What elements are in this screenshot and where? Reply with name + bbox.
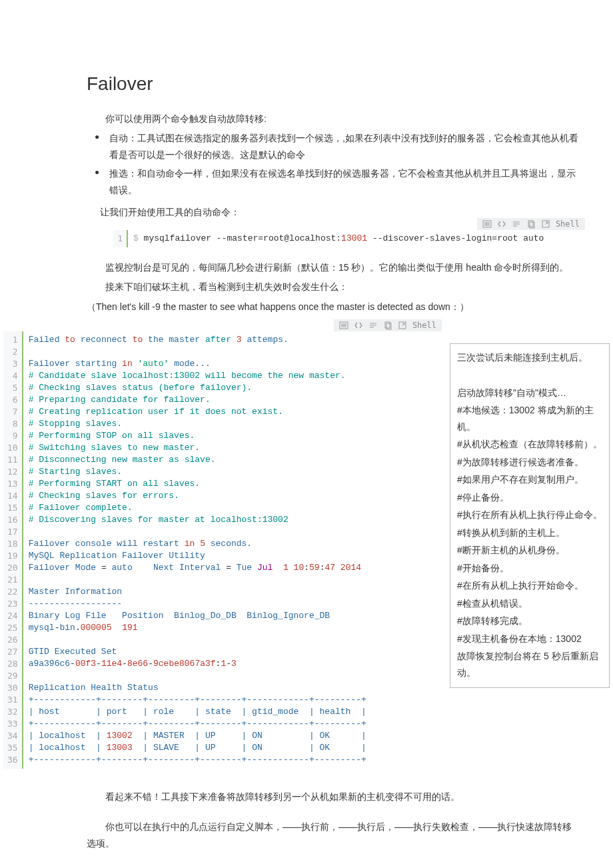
mid-paragraph-1: 监视控制台是可见的，每间隔几秒会进行刷新（默认值：15 秒）。它的输出类似于使用… xyxy=(87,259,580,276)
wrap-icon xyxy=(512,219,521,229)
mid-paragraph-2: 接来下咱们破坏主机，看当检测到主机失效时会发生什么： xyxy=(87,279,580,295)
code-toolbar: Shell xyxy=(334,319,442,331)
footer-paragraph-2: 你也可以在执行中的几点运行自定义脚本，——执行前，——执行后，——执行失败检查，… xyxy=(87,819,580,852)
code-icon xyxy=(354,321,363,330)
svg-rect-8 xyxy=(530,222,534,228)
line-gutter: 1 xyxy=(113,230,128,247)
copy-icon xyxy=(526,219,536,229)
list-icon xyxy=(339,321,348,330)
mid-paragraph-3: （Then let's kill -9 the master to see wh… xyxy=(87,299,580,315)
bullet-item: 推选：和自动命令一样，但如果没有在候选名单找到好的候选服务器，它不会检查其他从机… xyxy=(92,165,580,199)
svg-rect-18 xyxy=(386,323,391,329)
bullet-list: 自动：工具试图在候选指定的服务器列表找到一个候选，,如果在列表中没有找到好的服务… xyxy=(92,130,580,199)
intro-paragraph: 你可以使用两个命令触发自动故障转移: xyxy=(87,111,580,127)
wrap-icon xyxy=(368,321,378,330)
code-content: $ mysqlfailover --master=root@localhost:… xyxy=(128,230,549,247)
code-block-shell-1: Shell 1 $ mysqlfailover --master=root@lo… xyxy=(113,230,593,247)
open-icon xyxy=(398,321,407,330)
code-block-shell-2: Shell 三次尝试后未能连接到主机后。 启动故障转移"自动"模式… #本地候选… xyxy=(3,331,610,769)
list-icon xyxy=(482,219,492,229)
open-icon xyxy=(541,219,550,229)
code-language-label: Shell xyxy=(412,321,436,330)
copy-icon xyxy=(383,321,392,330)
annotation-box: 三次尝试后未能连接到主机后。 启动故障转移"自动"模式… #本地候选：13002… xyxy=(450,343,610,689)
svg-rect-7 xyxy=(528,221,533,227)
page-title: Failover xyxy=(87,73,580,95)
code-toolbar: Shell xyxy=(477,218,585,230)
code-content: Failed to reconnect to the master after … xyxy=(23,331,372,769)
code-language-label: Shell xyxy=(556,219,580,229)
bullet-item: 自动：工具试图在候选指定的服务器列表找到一个候选，,如果在列表中没有找到好的服务… xyxy=(92,130,580,163)
code-icon xyxy=(497,219,506,229)
line-gutter: 1234567891011121314151617181920212223242… xyxy=(3,331,23,769)
footer-paragraph-1: 看起来不错！工具接下来准备将故障转移到另一个从机如果新的主机变得不可用的话。 xyxy=(87,789,580,805)
svg-rect-17 xyxy=(385,322,390,328)
